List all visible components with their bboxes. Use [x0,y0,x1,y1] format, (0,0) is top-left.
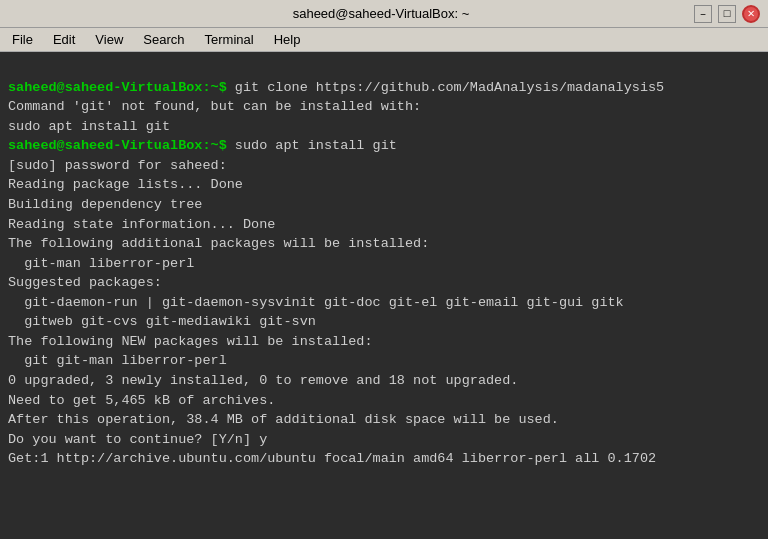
terminal-prompt: saheed@saheed-VirtualBox:~$ [8,80,235,95]
terminal-command: git clone https://github.com/MadAnalysis… [235,80,664,95]
terminal-line: [sudo] password for saheed: [8,156,760,176]
minimize-button[interactable]: – [694,5,712,23]
terminal-line: Command 'git' not found, but can be inst… [8,97,760,117]
terminal-line: saheed@saheed-VirtualBox:~$ git clone ht… [8,78,760,98]
terminal-line: Reading package lists... Done [8,175,760,195]
terminal-command: sudo apt install git [235,138,397,153]
maximize-button[interactable]: □ [718,5,736,23]
menu-bar: File Edit View Search Terminal Help [0,28,768,52]
terminal-prompt: saheed@saheed-VirtualBox:~$ [8,138,235,153]
terminal-line: The following additional packages will b… [8,234,760,254]
title-bar: saheed@saheed-VirtualBox: ~ – □ ✕ [0,0,768,28]
terminal-line: gitweb git-cvs git-mediawiki git-svn [8,312,760,332]
terminal-output[interactable]: saheed@saheed-VirtualBox:~$ git clone ht… [0,52,768,539]
terminal-line: saheed@saheed-VirtualBox:~$ sudo apt ins… [8,136,760,156]
terminal-line: git-man liberror-perl [8,254,760,274]
menu-view[interactable]: View [87,30,131,49]
close-button[interactable]: ✕ [742,5,760,23]
menu-search[interactable]: Search [135,30,192,49]
title-bar-controls: – □ ✕ [694,5,760,23]
terminal-line: Reading state information... Done [8,215,760,235]
terminal-line: Do you want to continue? [Y/n] y [8,430,760,450]
menu-edit[interactable]: Edit [45,30,83,49]
menu-file[interactable]: File [4,30,41,49]
terminal-line: The following NEW packages will be insta… [8,332,760,352]
terminal-line: Need to get 5,465 kB of archives. [8,391,760,411]
menu-help[interactable]: Help [266,30,309,49]
terminal-line: sudo apt install git [8,117,760,137]
terminal-line: git-daemon-run | git-daemon-sysvinit git… [8,293,760,313]
window-title: saheed@saheed-VirtualBox: ~ [68,6,694,21]
terminal-line: Suggested packages: [8,273,760,293]
terminal-line: Building dependency tree [8,195,760,215]
terminal-line: 0 upgraded, 3 newly installed, 0 to remo… [8,371,760,391]
terminal-line: Get:1 http://archive.ubuntu.com/ubuntu f… [8,449,760,469]
terminal-line: After this operation, 38.4 MB of additio… [8,410,760,430]
menu-terminal[interactable]: Terminal [197,30,262,49]
terminal-line: git git-man liberror-perl [8,351,760,371]
